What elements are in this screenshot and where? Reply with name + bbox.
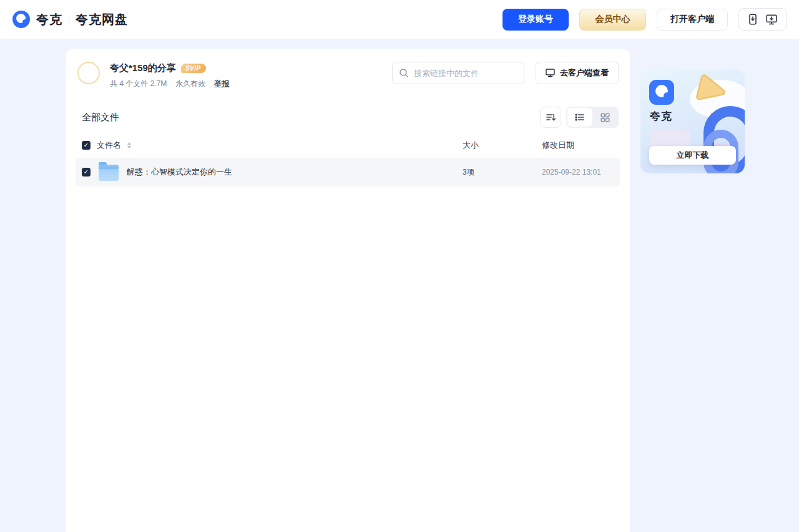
open-client-button[interactable]: 打开客户端 (657, 9, 728, 31)
column-header-name: 文件名 (97, 140, 121, 151)
list-view-button[interactable] (567, 108, 592, 127)
brand-name: 夸克 (36, 11, 62, 28)
search-icon (399, 68, 409, 80)
search-input[interactable] (392, 62, 524, 84)
share-owner-title: 夸父*159的分享 (110, 62, 176, 74)
brand: 夸克 夸克网盘 (12, 11, 128, 28)
sort-icon (546, 112, 556, 122)
grid-view-button[interactable] (592, 108, 617, 127)
desktop-download-icon[interactable] (766, 14, 777, 25)
quark-app-icon (649, 80, 674, 105)
avatar (77, 62, 100, 84)
app-promo-card[interactable]: 夸克 立即下载 (640, 70, 745, 173)
svip-badge: SVIP (181, 64, 206, 73)
share-actions: 去客户端查看 (392, 62, 619, 84)
page-body: 夸父*159的分享 SVIP 共 4 个文件 2.7M 永久有效 举报 (0, 39, 799, 532)
files-toolbar: 全部文件 (82, 107, 619, 128)
row-checkbox[interactable] (82, 168, 91, 177)
brand-product-name: 夸克网盘 (76, 11, 128, 28)
select-all-checkbox[interactable] (82, 141, 91, 150)
column-header-modified: 修改日期 (542, 140, 614, 151)
name-sort-control[interactable] (127, 142, 131, 148)
vip-center-button[interactable]: 会员中心 (579, 9, 646, 31)
quark-logo-icon (12, 11, 30, 28)
login-button[interactable]: 登录账号 (502, 9, 569, 31)
view-toggle (566, 107, 619, 128)
mobile-download-icon[interactable] (748, 14, 758, 25)
download-now-button[interactable]: 立即下载 (649, 146, 736, 165)
share-info: 夸父*159的分享 SVIP 共 4 个文件 2.7M 永久有效 举报 (110, 62, 229, 89)
grid-view-icon (600, 113, 610, 122)
sort-order-button[interactable] (540, 107, 561, 128)
list-view-icon (575, 113, 585, 122)
file-name[interactable]: 解惑：心智模式决定你的一生 (127, 167, 232, 178)
file-row[interactable]: 解惑：心智模式决定你的一生 3项 2025-09-22 13:01 (76, 158, 620, 186)
share-validity: 永久有效 (175, 79, 205, 89)
share-panel: 夸父*159的分享 SVIP 共 4 个文件 2.7M 永久有效 举报 (66, 49, 630, 532)
top-header: 夸克 夸克网盘 登录账号 会员中心 打开客户端 (0, 0, 799, 39)
share-header: 夸父*159的分享 SVIP 共 4 个文件 2.7M 永久有效 举报 (66, 49, 630, 89)
file-size: 3项 (463, 167, 542, 178)
table-header: 文件名 大小 修改日期 (82, 138, 614, 153)
search-box (392, 62, 524, 84)
share-files-count: 共 4 个文件 2.7M (110, 79, 167, 89)
files-section-title: 全部文件 (82, 112, 119, 123)
folder-icon (99, 165, 119, 181)
report-link[interactable]: 举报 (214, 79, 229, 89)
promo-app-name: 夸克 (650, 109, 672, 123)
monitor-icon (546, 69, 555, 77)
brand-divider (69, 14, 69, 25)
view-in-client-button[interactable]: 去客户端查看 (536, 62, 619, 84)
app-download-icon-group (738, 8, 787, 31)
header-actions: 登录账号 会员中心 打开客户端 (502, 8, 787, 31)
view-in-client-label: 去客户端查看 (560, 67, 609, 79)
column-header-size: 大小 (463, 140, 542, 151)
share-meta: 共 4 个文件 2.7M 永久有效 举报 (110, 79, 229, 89)
file-modified-date: 2025-09-22 13:01 (542, 168, 610, 177)
